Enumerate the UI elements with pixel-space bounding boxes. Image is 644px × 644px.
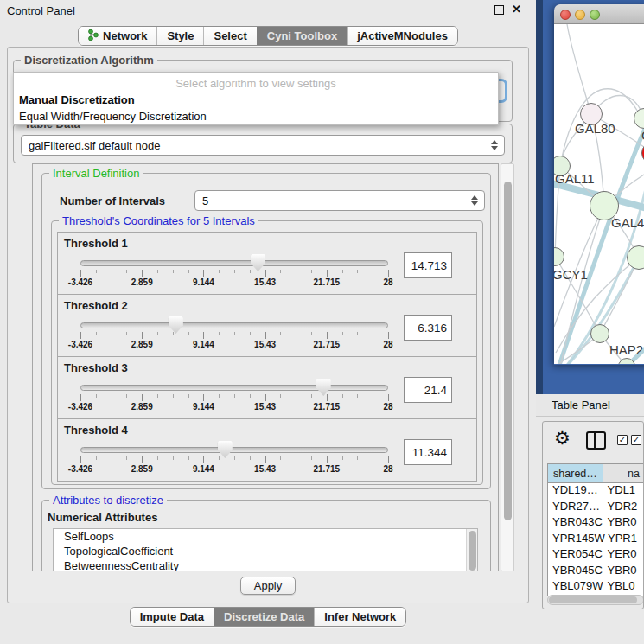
- table-row[interactable]: YBR045CYBR0: [548, 564, 644, 580]
- network-node[interactable]: [627, 245, 644, 270]
- mac-zoom-icon[interactable]: [590, 10, 600, 20]
- tick-label: 9.144: [193, 402, 214, 411]
- threshold-slider-track[interactable]: [80, 322, 388, 328]
- bottom-tab-infer-network[interactable]: Infer Network: [314, 608, 405, 626]
- discretization-algorithm-title: Discretization Algorithm: [21, 54, 157, 67]
- tick-label: 28: [383, 340, 392, 349]
- node-label: GAL80: [575, 121, 615, 136]
- tick-mark: [265, 394, 266, 401]
- panel-title: Control Panel: [7, 4, 75, 17]
- tick-mark: [327, 332, 328, 339]
- threshold-slider-track[interactable]: [80, 260, 388, 266]
- column-header-name[interactable]: na: [603, 464, 644, 482]
- tick-label: 9.144: [193, 340, 214, 349]
- bottom-tab-impute-data[interactable]: Impute Data: [131, 608, 214, 626]
- tick-label: 15.43: [254, 464, 276, 474]
- tick-mark: [296, 456, 296, 460]
- panel-scrollbar[interactable]: [501, 163, 514, 571]
- tick-mark: [373, 332, 373, 335]
- columns-icon[interactable]: [586, 431, 606, 450]
- algorithm-option[interactable]: Equal Width/Frequency Discretization: [19, 110, 207, 123]
- tick-mark: [219, 270, 220, 273]
- threshold-slider-handle[interactable]: [316, 379, 331, 396]
- tick-mark: [188, 332, 189, 335]
- tick-label: 28: [383, 402, 392, 411]
- threshold-slider-track[interactable]: [80, 447, 388, 453]
- tick-mark: [373, 394, 373, 398]
- checkbox-icon[interactable]: ✓: [617, 435, 628, 445]
- table-row[interactable]: YBR043CYBR0: [548, 515, 644, 532]
- tick-mark: [357, 394, 358, 398]
- tick-mark: [388, 270, 389, 277]
- mac-minimize-icon[interactable]: [575, 10, 585, 20]
- attribute-item[interactable]: SelfLoops: [54, 529, 477, 544]
- table-row[interactable]: YDL19…YDL1: [548, 483, 644, 500]
- threshold-value-field[interactable]: 6.316: [404, 315, 452, 341]
- tick-label: -3.426: [68, 464, 92, 474]
- attributes-scrollbar[interactable]: [466, 529, 477, 571]
- tab-label: Network: [103, 29, 147, 42]
- threshold-slider-handle[interactable]: [169, 316, 183, 334]
- apply-bar: Apply: [8, 575, 528, 603]
- tick-mark: [157, 456, 158, 460]
- table-data-combo[interactable]: galFiltered.sif default node: [21, 135, 505, 156]
- tick-label: 28: [383, 277, 392, 287]
- tick-mark: [112, 332, 112, 335]
- tab-jactivemnodules[interactable]: jActiveMNodules: [347, 27, 457, 45]
- threshold-value-field[interactable]: 14.713: [404, 252, 452, 278]
- bottom-tab-label: Infer Network: [324, 610, 396, 623]
- attributes-group: Attributes to discretize Numerical Attri…: [41, 500, 491, 571]
- tab-cyni-toolbox[interactable]: Cyni Toolbox: [257, 27, 347, 45]
- table-horizontal-scrollbar[interactable]: [547, 595, 644, 605]
- threshold-value-field[interactable]: 11.344: [404, 439, 452, 465]
- table-row[interactable]: YER054CYER0: [548, 547, 644, 564]
- tick-mark: [80, 332, 81, 339]
- network-node[interactable]: [590, 324, 609, 343]
- table-data-group: Table Data galFiltered.sif default node: [13, 124, 513, 163]
- tick-mark: [96, 332, 97, 335]
- tick-mark: [219, 456, 220, 460]
- table-row[interactable]: YBL079WYBL0: [548, 579, 644, 596]
- tick-mark: [157, 394, 158, 398]
- stepper-icon: [491, 139, 499, 151]
- threshold-slider-track[interactable]: [80, 385, 388, 391]
- tick-mark: [173, 456, 174, 460]
- table-header-row: shared… na: [547, 463, 644, 483]
- close-icon[interactable]: ✕: [512, 3, 521, 16]
- tab-select[interactable]: Select: [203, 27, 256, 45]
- bottom-tab-discretize-data[interactable]: Discretize Data: [214, 608, 314, 626]
- tab-label: jActiveMNodules: [357, 29, 448, 42]
- cell-shared-name: YDL19…: [548, 483, 604, 500]
- threshold-slider-handle[interactable]: [218, 441, 233, 458]
- threshold-value-field[interactable]: 21.4: [404, 377, 452, 403]
- threshold-row: Threshold 4-3.4262.8599.14415.4321.71528…: [58, 419, 476, 481]
- numerical-attributes-list[interactable]: SelfLoopsTopologicalCoefficientBetweenne…: [53, 528, 478, 571]
- number-of-intervals-combo[interactable]: 5: [194, 190, 485, 211]
- attribute-item[interactable]: BetweennessCentrality: [54, 558, 477, 571]
- table-row[interactable]: YDR27…YDR2: [548, 500, 644, 516]
- table-row[interactable]: YPR145WYPR1: [548, 532, 644, 548]
- float-window-icon[interactable]: [494, 5, 504, 15]
- network-canvas[interactable]: GAL80GACGAL11GAL4GCY1HHAP2: [554, 24, 644, 364]
- gear-icon[interactable]: ⚙: [554, 428, 571, 449]
- attribute-item[interactable]: TopologicalCoefficient: [54, 544, 477, 558]
- cell-shared-name: YPR145W: [548, 532, 604, 548]
- tab-style[interactable]: Style: [156, 27, 203, 45]
- column-header-shared[interactable]: shared…: [548, 464, 603, 482]
- tick-mark: [142, 456, 143, 463]
- tick-mark: [126, 270, 127, 273]
- node-label: GAL11: [555, 171, 595, 186]
- tick-label: -3.426: [68, 402, 92, 411]
- tick-mark: [96, 394, 97, 398]
- numerical-attributes-label: Numerical Attributes: [48, 511, 157, 524]
- tab-network[interactable]: Network: [79, 27, 156, 45]
- apply-button[interactable]: Apply: [240, 577, 296, 595]
- checkbox-icon[interactable]: ✓: [631, 435, 641, 445]
- algorithm-option[interactable]: Manual Discretization: [19, 93, 135, 106]
- mac-close-icon[interactable]: [560, 10, 571, 20]
- tick-label: 9.144: [193, 277, 214, 287]
- tick-mark: [80, 394, 81, 401]
- control-panel-titlebar: Control Panel ✕: [0, 0, 536, 21]
- threshold-slider-handle[interactable]: [251, 254, 265, 271]
- tick-mark: [280, 270, 281, 273]
